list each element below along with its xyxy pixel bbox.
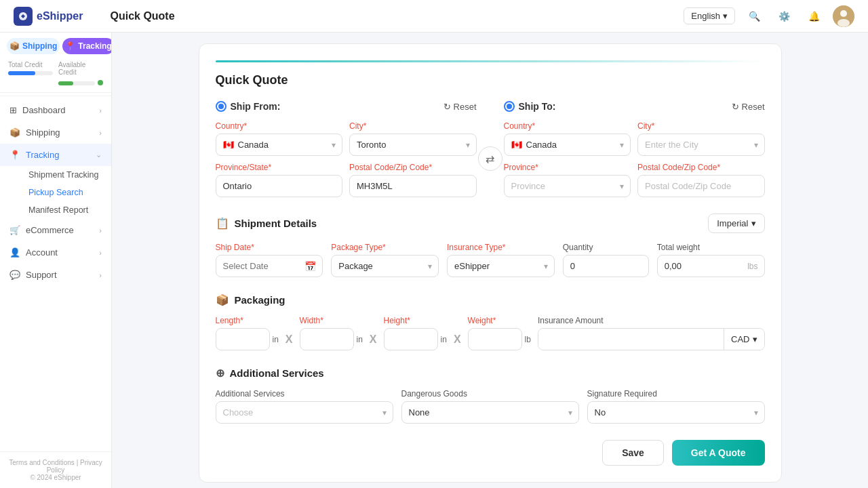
available-credit-box: Available Credit bbox=[58, 61, 103, 85]
ship-to-radio[interactable]: Ship To: bbox=[504, 101, 556, 112]
additional-services-select[interactable]: Choose bbox=[216, 401, 393, 424]
sidebar-item-dashboard[interactable]: ⊞ Dashboard › bbox=[0, 99, 111, 121]
insurance-amount-input[interactable] bbox=[538, 329, 724, 350]
weight-input-wrap: lb bbox=[468, 328, 531, 350]
ship-from-country-select[interactable]: 🇨🇦 Canada bbox=[216, 134, 343, 156]
ecommerce-icon: 🛒 bbox=[9, 225, 20, 235]
sidebar-item-pickup-search[interactable]: Pickup Search bbox=[9, 184, 111, 201]
packaging-title-wrap: 📦 Packaging bbox=[216, 293, 765, 306]
ship-from-fields: Country* 🇨🇦 Canada ▾ bbox=[216, 121, 477, 197]
length-field: Length* in bbox=[216, 316, 279, 350]
additional-services-icon: ⊕ bbox=[216, 367, 224, 380]
shipping-tab-label: Shipping bbox=[22, 41, 57, 51]
packaging-title: Packaging bbox=[235, 294, 285, 306]
ship-to-country-select[interactable]: 🇨🇦 Canada bbox=[504, 134, 631, 156]
sidebar-support-label: Support bbox=[26, 270, 57, 280]
ship-to-country-select-wrap: 🇨🇦 Canada ▾ bbox=[504, 134, 631, 156]
logo: eShipper bbox=[14, 7, 83, 26]
dangerous-goods-value: None bbox=[409, 407, 430, 418]
topbar-right: English ▾ 🔍 ⚙️ 🔔 bbox=[684, 5, 854, 27]
width-field: Width* in bbox=[300, 316, 363, 350]
quantity-input[interactable] bbox=[563, 255, 649, 277]
dashboard-icon: ⊞ bbox=[9, 105, 17, 115]
radio-dot-to bbox=[504, 101, 515, 112]
ship-to-postal-input[interactable] bbox=[637, 175, 765, 197]
sidebar-item-account[interactable]: 👤 Account › bbox=[0, 241, 111, 264]
svg-point-3 bbox=[837, 19, 850, 27]
ship-to-country-field: Country* 🇨🇦 Canada ▾ bbox=[504, 121, 631, 156]
width-input[interactable] bbox=[300, 328, 354, 350]
copyright-text: © 2024 eShipper bbox=[30, 474, 81, 481]
language-button[interactable]: English ▾ bbox=[684, 7, 735, 24]
length-input[interactable] bbox=[216, 328, 270, 350]
ship-from-reset-button[interactable]: ↻ Reset bbox=[443, 102, 477, 112]
ship-to-panel: Ship To: ↻ Reset Country* bbox=[504, 101, 765, 197]
ship-from-city-select[interactable]: Toronto bbox=[349, 134, 477, 156]
credit-section: Total Credit Available Credit bbox=[0, 54, 111, 93]
ship-from-postal-label: Postal Code/Zip Code* bbox=[349, 163, 477, 172]
ship-to-province-select[interactable]: Province bbox=[504, 175, 631, 197]
sidebar-shipping-label: Shipping bbox=[26, 127, 60, 138]
ship-from-province-input[interactable] bbox=[216, 175, 343, 197]
sidebar-tab-tracking[interactable]: 📍 Tracking bbox=[62, 38, 112, 54]
height-input[interactable] bbox=[384, 328, 438, 350]
calendar-icon[interactable]: 📅 bbox=[304, 261, 316, 272]
ship-to-reset-button[interactable]: ↻ Reset bbox=[732, 102, 765, 112]
package-type-select[interactable]: Package bbox=[331, 255, 439, 277]
height-field: Height* in bbox=[384, 316, 447, 350]
insurance-amount-label: Insurance Amount bbox=[538, 316, 765, 325]
sidebar-item-manifest-report[interactable]: Manifest Report bbox=[9, 201, 111, 219]
insurance-type-select[interactable]: eShipper bbox=[447, 255, 555, 277]
width-unit: in bbox=[357, 335, 363, 344]
weight-field: Weight* lb bbox=[468, 316, 531, 350]
ship-from-reset-label: Reset bbox=[454, 102, 477, 112]
ship-to-city-input[interactable] bbox=[637, 134, 765, 156]
sidebar-item-shipment-tracking[interactable]: Shipment Tracking bbox=[9, 166, 111, 184]
total-weight-wrap: lbs bbox=[657, 255, 765, 277]
ship-to-header: Ship To: ↻ Reset bbox=[504, 101, 765, 112]
terms-link[interactable]: Terms and Conditions bbox=[9, 459, 75, 466]
additional-services-field: Additional Services Choose ▾ bbox=[216, 389, 393, 424]
ship-from-postal-field: Postal Code/Zip Code* bbox=[349, 163, 477, 197]
logo-text: eShipper bbox=[37, 10, 83, 22]
chevron-right-icon: › bbox=[99, 106, 102, 115]
currency-selector[interactable]: CAD ▾ bbox=[724, 329, 764, 350]
ship-from-radio[interactable]: Ship From: bbox=[216, 101, 281, 112]
save-button[interactable]: Save bbox=[602, 440, 664, 466]
dangerous-goods-field: Dangerous Goods None ▾ bbox=[401, 389, 579, 424]
ship-to-country-flag: 🇨🇦 bbox=[511, 140, 522, 150]
chevron-down-icon: ▾ bbox=[751, 218, 756, 228]
package-type-field: Package Type* Package ▾ bbox=[331, 243, 439, 277]
ship-to-province-placeholder: Province bbox=[511, 181, 546, 191]
sidebar-item-shipping[interactable]: 📦 Shipping › bbox=[0, 121, 111, 144]
search-icon[interactable]: 🔍 bbox=[743, 5, 765, 27]
shipment-details-fields: Ship Date* 📅 Package Type* bbox=[216, 243, 765, 277]
package-type-value: Package bbox=[338, 261, 373, 271]
length-label: Length* bbox=[216, 316, 279, 325]
signature-required-label: Signature Required bbox=[587, 389, 765, 399]
swap-button[interactable]: ⇄ bbox=[477, 101, 504, 197]
get-a-quote-button[interactable]: Get A Quote bbox=[672, 440, 765, 466]
ship-from-postal-input[interactable] bbox=[349, 175, 477, 197]
sidebar-item-tracking[interactable]: 📍 Tracking ⌄ bbox=[0, 144, 111, 166]
shipping-nav-icon: 📦 bbox=[9, 127, 20, 138]
sidebar-tab-shipping[interactable]: 📦 Shipping bbox=[7, 38, 60, 54]
chevron-right-icon: › bbox=[99, 271, 102, 279]
tracking-tab-icon: 📍 bbox=[65, 41, 75, 51]
dangerous-goods-select[interactable]: None bbox=[401, 401, 579, 424]
manifest-report-label: Manifest Report bbox=[28, 205, 88, 215]
weight-input[interactable] bbox=[468, 328, 522, 350]
sidebar-item-ecommerce[interactable]: 🛒 eCommerce › bbox=[0, 219, 111, 241]
avatar[interactable] bbox=[833, 5, 854, 27]
sidebar-ecommerce-label: eCommerce bbox=[26, 225, 74, 235]
settings-icon[interactable]: ⚙️ bbox=[773, 5, 795, 27]
ship-from-city-field: City* Toronto ▾ bbox=[349, 121, 477, 156]
units-toggle-button[interactable]: Imperial ▾ bbox=[708, 214, 764, 233]
tracking-submenu: Shipment Tracking Pickup Search Manifest… bbox=[0, 166, 111, 219]
additional-services-title: Additional Services bbox=[230, 367, 324, 379]
notification-icon[interactable]: 🔔 bbox=[803, 5, 825, 27]
ship-to-country-value: Canada bbox=[526, 140, 557, 150]
signature-required-select[interactable]: No bbox=[587, 401, 765, 424]
ship-date-label: Ship Date* bbox=[216, 243, 323, 252]
sidebar-item-support[interactable]: 💬 Support › bbox=[0, 264, 111, 286]
